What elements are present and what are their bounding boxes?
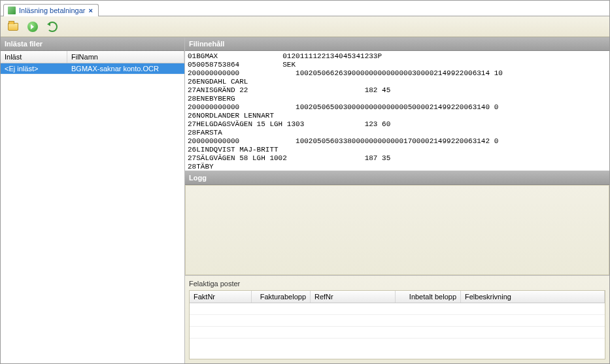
- col-faktnr[interactable]: FaktNr: [190, 291, 252, 303]
- file-row-status: <Ej inläst>: [1, 63, 67, 74]
- col-filename[interactable]: FilNamn: [67, 51, 184, 63]
- close-icon[interactable]: ×: [89, 7, 93, 14]
- file-content-header: Filinnehåll: [185, 37, 609, 51]
- tab-inlasning[interactable]: Inläsning betalningar ×: [3, 4, 99, 16]
- errors-rows[interactable]: [190, 303, 605, 359]
- toolbar: [1, 16, 609, 37]
- table-row[interactable]: [190, 327, 605, 339]
- files-pane: Inlästa filer Inläst FilNamn <Ej inläst>…: [1, 37, 185, 363]
- refresh-icon: [47, 22, 58, 32]
- errors-pane: Felaktiga poster FaktNr Fakturabelopp Re…: [185, 276, 609, 363]
- refresh-button[interactable]: [45, 20, 59, 34]
- col-inbet[interactable]: Inbetalt belopp: [396, 291, 461, 303]
- errors-grid: FaktNr Fakturabelopp RefNr Inbetalt belo…: [189, 290, 605, 359]
- open-folder-button[interactable]: [6, 20, 20, 34]
- errors-title: Felaktiga poster: [185, 276, 609, 290]
- file-row-filename: BGMAX-saknar konto.OCR: [67, 63, 184, 74]
- run-button[interactable]: [25, 20, 40, 34]
- log-body[interactable]: [185, 185, 609, 275]
- tab-label: Inläsning betalningar: [19, 7, 86, 14]
- play-icon: [27, 22, 38, 32]
- col-felb[interactable]: Felbeskrivning: [461, 291, 605, 303]
- col-status[interactable]: Inläst: [1, 51, 67, 63]
- tab-strip: Inläsning betalningar ×: [1, 1, 609, 16]
- files-header: Inlästa filer: [1, 37, 184, 51]
- document-icon: [8, 7, 16, 14]
- errors-columns: FaktNr Fakturabelopp RefNr Inbetalt belo…: [190, 291, 605, 303]
- files-grid[interactable]: <Ej inläst> BGMAX-saknar konto.OCR: [1, 63, 184, 363]
- table-row[interactable]: [190, 303, 605, 315]
- table-row[interactable]: [190, 315, 605, 327]
- col-fakturabelopp[interactable]: Fakturabelopp: [252, 291, 311, 303]
- col-refnr[interactable]: RefNr: [311, 291, 396, 303]
- file-row[interactable]: <Ej inläst> BGMAX-saknar konto.OCR: [1, 63, 184, 74]
- folder-icon: [8, 23, 18, 31]
- file-content-pane: Filinnehåll 01BGMAX 01201111221340453412…: [185, 37, 609, 171]
- log-pane: Logg: [185, 171, 609, 276]
- file-content-text[interactable]: 01BGMAX 0120111122134045341233P 05005875…: [185, 51, 609, 171]
- log-header: Logg: [185, 171, 609, 185]
- files-columns: Inläst FilNamn: [1, 51, 184, 63]
